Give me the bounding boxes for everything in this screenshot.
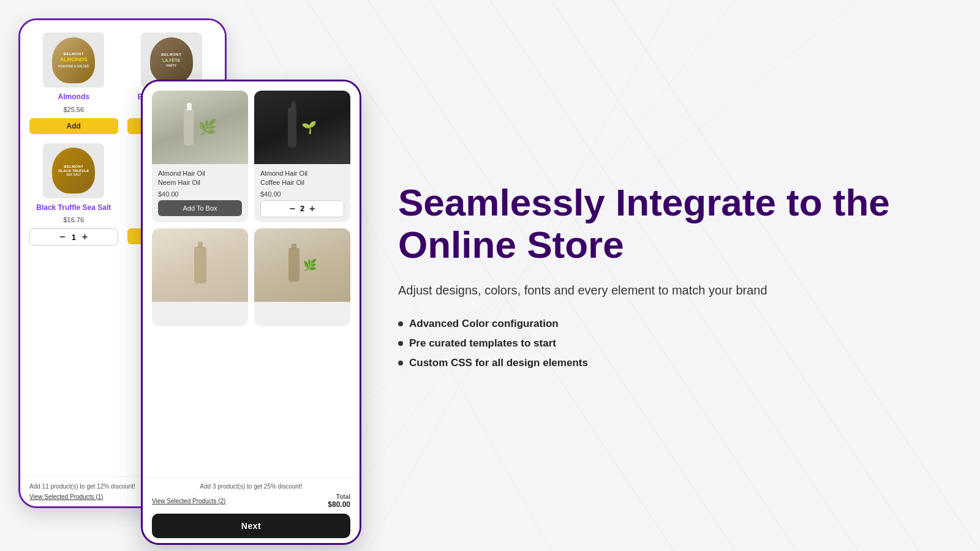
subtext: Adjust designs, colors, fonts and every … <box>398 281 931 299</box>
product-card-hair-oil-4: 🌿 <box>254 228 350 326</box>
product-price-2-oil2: $40.00 <box>260 190 344 198</box>
add-almonds-button[interactable]: add <box>29 118 118 134</box>
next-button[interactable]: Next <box>152 514 350 538</box>
phone2-total-price: $80.00 <box>328 500 350 509</box>
feature-item-1: Advanced Color configuration <box>398 318 931 330</box>
product-name-2-oil1: Almond Hair Oil <box>158 169 242 178</box>
product-image-hair-oil-1: 🌿 <box>152 91 248 164</box>
product-name-truffle: Black Truffle Sea Salt <box>36 203 111 213</box>
qty-plus-oil2[interactable]: + <box>309 203 315 214</box>
bullet-2 <box>398 341 403 346</box>
product-image-hair-oil-4: 🌿 <box>254 228 350 302</box>
qty-control-truffle: − 1 + <box>29 228 118 246</box>
product-grid-2: 🌿 Almond Hair Oil Neem Hair Oil $40.00 A… <box>152 91 350 326</box>
qty-control-2-oil2: − 2 + <box>260 200 344 217</box>
headline: Seamlessly Integrate to the Online Store <box>398 182 931 265</box>
bullet-1 <box>398 321 403 326</box>
product-name-2b-oil2: Coffee Hair Oil <box>260 178 344 187</box>
product-card-hair-oil-1: 🌿 Almond Hair Oil Neem Hair Oil $40.00 A… <box>152 91 248 222</box>
qty-plus-truffle[interactable]: + <box>82 231 88 242</box>
qty-num-truffle: 1 <box>72 233 76 242</box>
phone2-total-label: Total <box>328 493 350 500</box>
phone2-view-selected[interactable]: View Selected Products (2) <box>152 498 225 504</box>
product-image-truffle: BELMONT BLACK TRUFFLE SEA SALT <box>43 143 104 198</box>
product-card-truffle: BELMONT BLACK TRUFFLE SEA SALT Black Tru… <box>29 143 118 246</box>
product-price-2-oil1: $40.00 <box>158 190 242 198</box>
product-name-2b-oil1: Neem Hair Oil <box>158 178 242 187</box>
product-price-truffle: $16.76 <box>63 216 84 223</box>
phone1-view-selected[interactable]: View Selected Products (1) <box>29 493 103 500</box>
product-name-almonds: Almonds <box>58 92 89 102</box>
right-section: Seamlessly Integrate to the Online Store… <box>368 0 980 551</box>
bullet-3 <box>398 361 403 365</box>
feature-list: Advanced Color configuration Pre curated… <box>398 318 931 369</box>
feature-item-2: Pre curated templates to start <box>398 337 931 350</box>
phone-mockups-section: BELMONT ALMONDS ROASTED & SALTED Almonds… <box>0 0 368 551</box>
product-price-almonds: $25.56 <box>63 106 84 113</box>
phone2-total: Total $80.00 <box>328 493 350 509</box>
product-image-hair-oil-3 <box>152 228 248 302</box>
phone-mockup-2: 🌿 Almond Hair Oil Neem Hair Oil $40.00 A… <box>141 80 361 545</box>
phone2-discount-text: Add 3 product(s) to get 25% discount! <box>152 483 350 490</box>
feature-text-3: Custom CSS for all design elements <box>409 357 588 369</box>
qty-minus-truffle[interactable]: − <box>59 231 65 242</box>
feature-text-1: Advanced Color configuration <box>409 318 559 330</box>
phone2-footer: Add 3 product(s) to get 25% discount! Vi… <box>143 478 360 543</box>
product-name-2-oil2: Almond Hair Oil <box>260 169 344 178</box>
feature-item-3: Custom CSS for all design elements <box>398 357 931 369</box>
product-image-hair-oil-2: 🌱 <box>254 91 350 164</box>
product-card-almonds: BELMONT ALMONDS ROASTED & SALTED Almonds… <box>29 32 118 134</box>
qty-num-oil2: 2 <box>300 204 304 213</box>
qty-minus-oil2[interactable]: − <box>290 203 295 214</box>
product-card-hair-oil-2: 🌱 Almond Hair Oil Coffee Hair Oil $40.00… <box>254 91 350 222</box>
add-to-box-button[interactable]: Add To Box <box>158 200 242 216</box>
product-card-hair-oil-3 <box>152 228 248 326</box>
product-image-almonds: BELMONT ALMONDS ROASTED & SALTED <box>43 32 104 88</box>
feature-text-2: Pre curated templates to start <box>409 337 556 350</box>
